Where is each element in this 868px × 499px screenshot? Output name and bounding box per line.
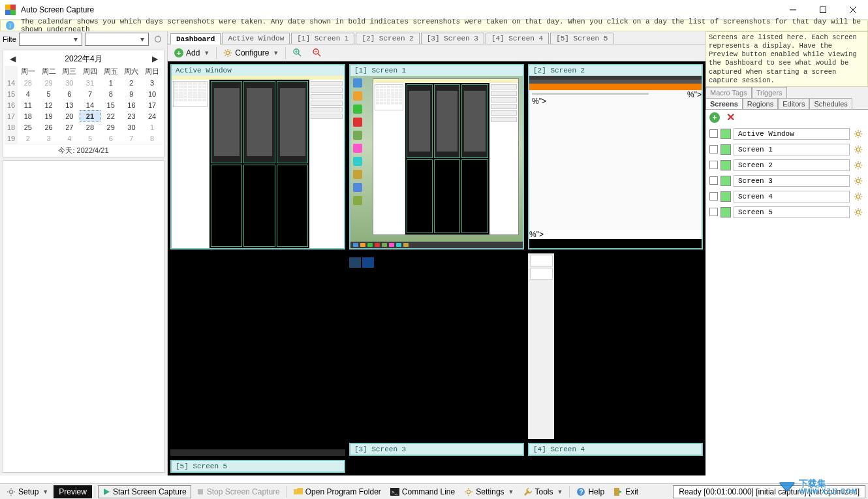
screen-settings-button[interactable] bbox=[852, 144, 864, 155]
calendar-day[interactable]: 2 bbox=[121, 77, 142, 88]
calendar-day[interactable]: 5 bbox=[39, 88, 59, 99]
open-folder-button[interactable]: Open Program Folder bbox=[290, 485, 385, 498]
screen-checkbox[interactable] bbox=[709, 208, 718, 216]
calendar-day[interactable]: 11 bbox=[18, 99, 39, 110]
right-tab[interactable]: Regions bbox=[743, 98, 778, 109]
center-tab[interactable]: Active Window bbox=[222, 33, 290, 44]
delete-screen-button[interactable]: ✕ bbox=[726, 111, 735, 123]
screen-color-swatch[interactable] bbox=[721, 207, 731, 217]
calendar-day[interactable]: 6 bbox=[59, 88, 80, 99]
minimize-button[interactable] bbox=[778, 0, 808, 19]
center-tab[interactable]: [4] Screen 4 bbox=[486, 33, 549, 44]
screen-checkbox[interactable] bbox=[709, 129, 718, 138]
screen-tile[interactable]: [1] Screen 1 bbox=[349, 64, 524, 250]
close-button[interactable] bbox=[838, 0, 868, 19]
calendar-day[interactable]: 8 bbox=[142, 133, 163, 144]
screen-color-swatch[interactable] bbox=[721, 129, 731, 139]
center-tab[interactable]: Dashboard bbox=[170, 33, 221, 44]
calendar-day[interactable]: 20 bbox=[59, 110, 80, 121]
zoom-in-button[interactable] bbox=[290, 46, 305, 59]
add-button[interactable]: +Add▼ bbox=[172, 47, 212, 59]
calendar-day[interactable]: 13 bbox=[59, 99, 80, 110]
calendar-day[interactable]: 18 bbox=[18, 110, 39, 121]
screenshot-list[interactable] bbox=[3, 160, 164, 473]
right-tab[interactable]: Macro Tags bbox=[705, 87, 752, 98]
calendar-today[interactable]: 今天: 2022/4/21 bbox=[5, 144, 163, 155]
right-tab[interactable]: Triggers bbox=[752, 87, 787, 98]
screen-settings-button[interactable] bbox=[852, 191, 864, 202]
screen-name[interactable]: Screen 4 bbox=[734, 191, 850, 202]
calendar-day[interactable]: 4 bbox=[59, 133, 80, 144]
exit-button[interactable]: Exit bbox=[610, 485, 642, 498]
tools-button[interactable]: Tools▼ bbox=[519, 485, 567, 498]
calendar-day[interactable]: 29 bbox=[101, 121, 121, 133]
calendar-next-button[interactable]: ▶ bbox=[149, 54, 160, 63]
screen-color-swatch[interactable] bbox=[721, 160, 731, 170]
screen-name[interactable]: Screen 5 bbox=[734, 206, 850, 218]
screen-settings-button[interactable] bbox=[852, 159, 864, 171]
filter-value-combo[interactable]: ▾ bbox=[85, 33, 149, 46]
calendar-day[interactable]: 26 bbox=[39, 121, 59, 133]
preview-button[interactable]: Preview bbox=[54, 485, 92, 498]
screen-checkbox[interactable] bbox=[709, 192, 718, 201]
refresh-filter-button[interactable] bbox=[151, 33, 164, 46]
screen-tile[interactable]: [5] Screen 5 bbox=[170, 460, 345, 473]
calendar-day[interactable]: 1 bbox=[142, 121, 163, 133]
calendar-day[interactable]: 27 bbox=[59, 121, 80, 133]
screen-checkbox[interactable] bbox=[709, 145, 718, 153]
calendar-day[interactable]: 31 bbox=[80, 77, 101, 88]
calendar-day[interactable]: 3 bbox=[39, 133, 59, 144]
settings-button[interactable]: Settings▼ bbox=[460, 485, 518, 498]
calendar-day[interactable]: 30 bbox=[121, 121, 142, 133]
screen-settings-button[interactable] bbox=[852, 206, 864, 218]
calendar-day[interactable]: 16 bbox=[121, 99, 142, 110]
calendar-day[interactable]: 12 bbox=[39, 99, 59, 110]
calendar-day[interactable]: 7 bbox=[121, 133, 142, 144]
screen-color-swatch[interactable] bbox=[721, 144, 731, 155]
add-screen-button[interactable]: + bbox=[709, 112, 720, 123]
right-tab[interactable]: Screens bbox=[705, 98, 743, 109]
calendar-day[interactable]: 14 bbox=[80, 99, 101, 110]
screen-checkbox[interactable] bbox=[709, 176, 718, 185]
screen-tile[interactable]: [3] Screen 3 bbox=[349, 443, 524, 456]
screen-name[interactable]: Screen 3 bbox=[734, 175, 850, 187]
calendar-day[interactable]: 30 bbox=[59, 77, 80, 88]
center-tab[interactable]: [5] Screen 5 bbox=[550, 33, 613, 44]
calendar-day[interactable]: 28 bbox=[18, 77, 39, 88]
center-tab[interactable]: [2] Screen 2 bbox=[356, 33, 419, 44]
calendar-day[interactable]: 7 bbox=[80, 88, 101, 99]
center-tab[interactable]: [1] Screen 1 bbox=[291, 33, 354, 44]
right-tab[interactable]: Editors bbox=[778, 98, 809, 109]
screen-name[interactable]: Active Window bbox=[734, 128, 850, 140]
filter-type-combo[interactable]: ▾ bbox=[19, 33, 83, 46]
screen-tile[interactable]: Active Window bbox=[170, 64, 345, 250]
calendar-day[interactable]: 29 bbox=[39, 77, 59, 88]
calendar-day[interactable]: 8 bbox=[101, 88, 121, 99]
screen-checkbox[interactable] bbox=[709, 161, 718, 169]
screen-name[interactable]: Screen 1 bbox=[734, 144, 850, 155]
calendar-day[interactable]: 17 bbox=[142, 99, 163, 110]
calendar-day[interactable]: 5 bbox=[80, 133, 101, 144]
calendar-day[interactable]: 15 bbox=[101, 99, 121, 110]
screen-color-swatch[interactable] bbox=[721, 176, 731, 186]
calendar-day[interactable]: 1 bbox=[101, 77, 121, 88]
calendar-day[interactable]: 21 bbox=[80, 110, 101, 121]
calendar-day[interactable]: 9 bbox=[121, 88, 142, 99]
calendar-day[interactable]: 25 bbox=[18, 121, 39, 133]
start-capture-button[interactable]: Start Screen Capture bbox=[98, 485, 191, 498]
maximize-button[interactable] bbox=[808, 0, 838, 19]
calendar-day[interactable]: 2 bbox=[18, 133, 39, 144]
command-line-button[interactable]: >_Command Line bbox=[386, 485, 459, 498]
screen-name[interactable]: Screen 2 bbox=[734, 159, 850, 171]
center-tab[interactable]: [3] Screen 3 bbox=[421, 33, 484, 44]
right-tab[interactable]: Schedules bbox=[809, 98, 852, 109]
calendar[interactable]: ◀ 2022年4月 ▶ 周一周二周三周四周五周六周日14282930311231… bbox=[3, 50, 164, 157]
screen-tile[interactable]: [4] Screen 4 bbox=[528, 443, 703, 456]
zoom-out-button[interactable] bbox=[309, 46, 325, 59]
calendar-day[interactable]: 19 bbox=[39, 110, 59, 121]
setup-button[interactable]: Setup▼ bbox=[3, 485, 52, 498]
screen-color-swatch[interactable] bbox=[721, 191, 731, 202]
calendar-day[interactable]: 10 bbox=[142, 88, 163, 99]
screen-tile[interactable]: [2] Screen 2%">%">%">%">%"> bbox=[528, 64, 703, 250]
calendar-day[interactable]: 22 bbox=[101, 110, 121, 121]
